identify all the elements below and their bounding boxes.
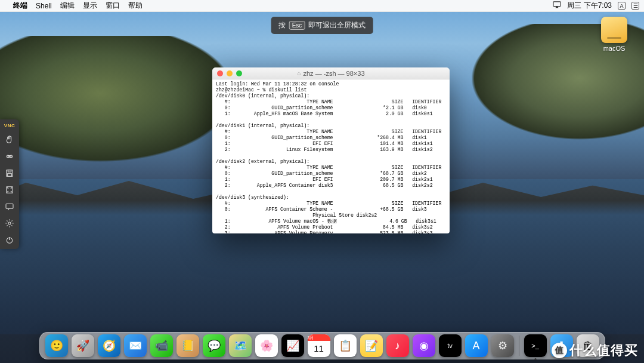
notification-center-icon[interactable]: ☰ bbox=[631, 2, 639, 10]
app-menu[interactable]: 终端 bbox=[13, 1, 27, 11]
terminal-window[interactable]: ⌂ zhz — -zsh — 98×33 Last login: Wed Mar… bbox=[212, 67, 450, 233]
tip-suffix: 即可退出全屏模式 bbox=[308, 20, 366, 30]
desktop-drive[interactable]: macOS bbox=[599, 17, 630, 52]
dock-separator bbox=[519, 336, 519, 356]
dock-app-tv[interactable]: tv bbox=[439, 334, 462, 357]
input-source-icon[interactable]: A bbox=[618, 2, 626, 10]
svg-rect-6 bbox=[8, 174, 12, 177]
menu-window[interactable]: 窗口 bbox=[106, 1, 120, 11]
dock-app-preferences[interactable]: ⚙ bbox=[491, 334, 514, 357]
watermark-badge: 值 bbox=[552, 343, 567, 358]
menu-shell[interactable]: Shell bbox=[36, 2, 52, 10]
clock[interactable]: 周三 下午7:03 bbox=[567, 1, 612, 11]
menu-edit[interactable]: 编辑 bbox=[60, 1, 75, 11]
dock-app-facetime[interactable]: 📹 bbox=[150, 334, 173, 357]
svg-rect-8 bbox=[6, 204, 13, 208]
dock-app-appstore[interactable]: A bbox=[465, 334, 488, 357]
vnc-sidebar: VNC bbox=[0, 119, 19, 249]
svg-rect-0 bbox=[553, 2, 561, 7]
hand-icon[interactable] bbox=[4, 134, 15, 145]
minimize-button[interactable] bbox=[227, 70, 233, 76]
drive-icon bbox=[601, 17, 627, 43]
terminal-titlebar[interactable]: ⌂ zhz — -zsh — 98×33 bbox=[212, 67, 450, 79]
menu-help[interactable]: 帮助 bbox=[128, 1, 143, 11]
tip-prefix: 按 bbox=[278, 20, 286, 30]
dock-app-podcasts[interactable]: ◉ bbox=[413, 334, 435, 357]
dock-app-mail[interactable]: ✉️ bbox=[124, 334, 147, 357]
watermark-text: 什么值得买 bbox=[569, 342, 638, 359]
dock-app-reminders[interactable]: 📋 bbox=[334, 334, 357, 357]
dock-app-contacts[interactable]: 📒 bbox=[177, 334, 199, 357]
dock-app-finder[interactable]: 🙂 bbox=[45, 334, 68, 357]
dock-app-music[interactable]: ♪ bbox=[386, 334, 409, 357]
terminal-body[interactable]: Last login: Wed Mar 11 18:28:32 on conso… bbox=[212, 79, 450, 233]
dock-app-stocks[interactable]: 📈 bbox=[281, 334, 304, 357]
dock-app-terminal[interactable]: >_ bbox=[524, 334, 547, 357]
close-button[interactable] bbox=[217, 70, 223, 76]
airplay-icon[interactable] bbox=[553, 1, 561, 10]
watermark: 值 什么值得买 bbox=[552, 342, 638, 359]
message-icon[interactable] bbox=[4, 201, 15, 212]
expand-icon[interactable] bbox=[4, 184, 15, 195]
link-icon[interactable] bbox=[4, 151, 15, 162]
dock-app-maps[interactable]: 🗺️ bbox=[229, 334, 252, 357]
terminal-title: zhz — -zsh — 98×33 bbox=[304, 70, 365, 77]
gear-icon[interactable] bbox=[4, 218, 15, 229]
dock-app-launchpad[interactable]: 🚀 bbox=[72, 334, 94, 357]
drive-label: macOS bbox=[599, 45, 630, 52]
vnc-brand: VNC bbox=[4, 123, 15, 128]
save-icon[interactable] bbox=[4, 168, 15, 179]
dock-app-notes[interactable]: 📝 bbox=[360, 334, 383, 357]
dock-app-photos[interactable]: 🌸 bbox=[255, 334, 278, 357]
power-icon[interactable] bbox=[4, 235, 15, 245]
dock-app-safari[interactable]: 🧭 bbox=[98, 334, 120, 357]
menubar: 终端 Shell 编辑 显示 窗口 帮助 周三 下午7:03 A ☰ bbox=[0, 0, 644, 12]
svg-point-9 bbox=[8, 222, 11, 224]
zoom-button[interactable] bbox=[236, 70, 242, 76]
fullscreen-exit-tip: 按 Esc 即可退出全屏模式 bbox=[271, 17, 373, 34]
svg-rect-3 bbox=[8, 156, 11, 158]
esc-key-icon: Esc bbox=[289, 21, 305, 30]
home-icon: ⌂ bbox=[297, 70, 301, 76]
svg-rect-5 bbox=[8, 170, 11, 172]
dock: 🙂🚀🧭✉️📹📒💬🗺️🌸📈3月11📋📝♪◉tvA⚙>_⬇🗑 bbox=[39, 332, 605, 359]
menu-view[interactable]: 显示 bbox=[83, 1, 97, 11]
dock-app-messages[interactable]: 💬 bbox=[203, 334, 225, 357]
dock-app-calendar[interactable]: 3月11 bbox=[308, 334, 330, 357]
